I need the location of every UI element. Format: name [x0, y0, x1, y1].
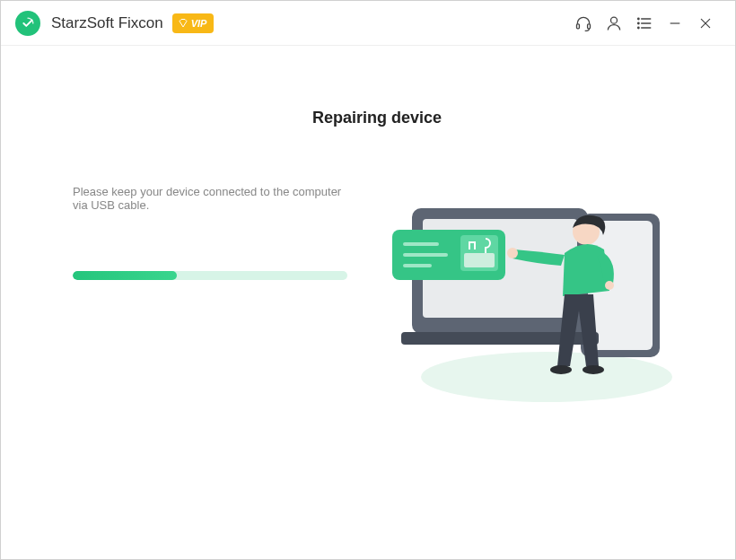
svg-point-7: [638, 27, 639, 28]
vip-badge: VIP: [172, 13, 215, 33]
minimize-icon[interactable]: [660, 8, 690, 39]
titlebar: StarzSoft Fixcon VIP: [1, 1, 735, 46]
app-title: StarzSoft Fixcon: [51, 14, 163, 32]
progress-fill: [73, 271, 177, 280]
main-content: Repairing device Please keep your device…: [1, 46, 735, 415]
menu-list-icon[interactable]: [629, 8, 660, 39]
instruction-text: Please keep your device connected to the…: [73, 185, 358, 212]
svg-point-12: [421, 352, 672, 402]
account-user-icon[interactable]: [599, 8, 629, 39]
progress-bar: [73, 271, 347, 280]
repair-illustration: [385, 181, 681, 415]
vip-label: VIP: [191, 18, 207, 29]
svg-point-28: [583, 365, 604, 374]
diamond-icon: [178, 18, 188, 29]
svg-rect-1: [588, 23, 591, 28]
svg-rect-23: [464, 253, 495, 267]
svg-point-27: [550, 365, 572, 374]
support-headset-icon[interactable]: [568, 8, 599, 39]
svg-point-25: [507, 248, 518, 258]
svg-point-3: [638, 18, 639, 19]
page-heading: Repairing device: [73, 109, 681, 127]
close-icon[interactable]: [690, 8, 721, 39]
svg-point-2: [611, 17, 618, 23]
svg-point-5: [638, 22, 639, 23]
svg-point-26: [605, 281, 614, 290]
app-logo-icon: [15, 11, 40, 36]
svg-rect-0: [577, 23, 580, 28]
